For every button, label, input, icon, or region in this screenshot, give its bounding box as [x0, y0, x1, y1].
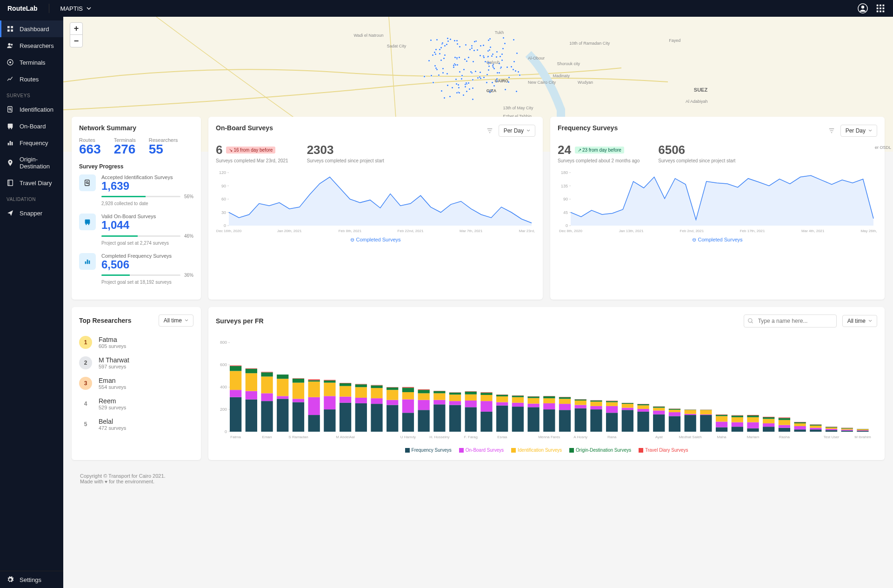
svg-rect-121	[387, 400, 398, 405]
sidebar-item-snapper[interactable]: Snapper	[0, 205, 63, 221]
svg-rect-194	[606, 401, 618, 401]
nav-section-surveys: SURVEYS	[0, 87, 63, 101]
researcher-name: Belal	[99, 418, 126, 425]
svg-rect-31	[85, 220, 90, 224]
frequency-card: Frequency Surveys Per Day 24 ↗23 from da…	[550, 117, 885, 300]
svg-text:U Hamdy: U Hamdy	[400, 435, 416, 439]
researcher-item[interactable]: 1 Fatma 605 surveys	[79, 332, 193, 353]
svg-text:Fatma: Fatma	[230, 435, 241, 439]
sidebar-item-travel-diary[interactable]: Travel Diary	[0, 174, 63, 191]
tagline: Made with ♥ for the environment.	[80, 479, 876, 484]
svg-rect-108	[340, 383, 351, 386]
svg-text:0: 0	[566, 223, 568, 228]
svg-rect-151	[480, 401, 492, 412]
svg-rect-91	[293, 399, 304, 402]
filter-icon[interactable]	[828, 127, 835, 134]
card-title: Top Researchers	[79, 317, 132, 324]
apps-icon[interactable]	[875, 3, 886, 13]
svg-point-18	[9, 61, 11, 63]
zoom-in-button[interactable]: +	[70, 23, 82, 35]
svg-rect-117	[371, 388, 382, 398]
rank-badge: 2	[79, 356, 92, 369]
svg-text:Mar 23rd, 2021: Mar 23rd, 2021	[519, 229, 535, 233]
period-dropdown[interactable]: Per Day	[499, 125, 535, 137]
svg-rect-3	[880, 5, 881, 7]
svg-rect-83	[261, 373, 273, 377]
svg-text:600: 600	[220, 362, 227, 367]
sidebar-item-terminals[interactable]: Terminals	[0, 54, 63, 71]
stat-value: 6	[216, 143, 222, 157]
section-label: Survey Progress	[79, 163, 193, 170]
network-summary-card: Network Summary Routes 663 Terminals 276…	[72, 117, 201, 300]
sidebar-item-frequency[interactable]: Frequency	[0, 134, 63, 151]
svg-text:60: 60	[221, 197, 226, 201]
sidebar-item-on-board[interactable]: On-Board	[0, 118, 63, 134]
svg-rect-155	[496, 406, 508, 432]
svg-text:90: 90	[563, 197, 568, 201]
researcher-search-input[interactable]	[744, 314, 837, 327]
filter-icon[interactable]	[486, 127, 493, 134]
svg-text:30: 30	[221, 210, 226, 215]
researcher-name: Reem	[99, 397, 126, 405]
zoom-out-button[interactable]: −	[70, 35, 82, 47]
svg-rect-14	[11, 29, 13, 32]
svg-rect-222	[700, 410, 712, 414]
nav-section-validation: VALIDATION	[0, 191, 63, 205]
progress-item: Valid On-Board Surveys 1,044 46% Project…	[79, 214, 193, 245]
rank-badge: 3	[79, 377, 92, 390]
project-dropdown[interactable]: MAPTIS	[60, 5, 91, 12]
svg-rect-249	[779, 418, 790, 418]
sidebar-item-researchers[interactable]: Researchers	[0, 37, 63, 54]
researcher-item[interactable]: 3 Eman 554 surveys	[79, 373, 193, 394]
card-title: Surveys per FR	[216, 317, 264, 325]
svg-rect-161	[512, 403, 524, 407]
period-dropdown[interactable]: All time	[842, 315, 877, 327]
sidebar-item-routes[interactable]: Routes	[0, 71, 63, 87]
svg-rect-261	[826, 429, 837, 430]
svg-rect-186	[590, 406, 602, 409]
researcher-item[interactable]: 5 Belal 472 surveys	[79, 414, 193, 434]
dashboard-icon	[7, 25, 14, 33]
svg-rect-182	[575, 401, 586, 405]
svg-rect-5	[877, 7, 879, 9]
progress-value: 1,639	[101, 180, 193, 192]
nav-label: Dashboard	[20, 26, 49, 33]
chevron-down-icon	[868, 129, 872, 133]
chart-legend: Frequency SurveysOn-Board SurveysIdentif…	[216, 448, 877, 453]
sidebar-item-identification[interactable]: Identification	[0, 101, 63, 118]
stat-block: Terminals 276	[114, 137, 136, 156]
researcher-item[interactable]: 4 Reem 529 surveys	[79, 394, 193, 414]
svg-rect-146	[465, 401, 477, 407]
researcher-item[interactable]: 2 M Tharwat 597 surveys	[79, 353, 193, 373]
progress-value: 1,044	[101, 219, 193, 231]
svg-text:Jan 20th, 2021: Jan 20th, 2021	[277, 229, 302, 233]
svg-rect-85	[277, 399, 288, 432]
svg-text:F. Farag: F. Farag	[464, 435, 478, 439]
sidebar-item-settings[interactable]: Settings	[0, 571, 63, 588]
period-dropdown[interactable]: Per Day	[840, 125, 877, 137]
nav-label: Routes	[20, 76, 39, 83]
svg-rect-21	[8, 124, 13, 128]
sidebar-item-dashboard[interactable]: Dashboard	[0, 20, 63, 37]
svg-text:S Ramadan: S Ramadan	[288, 435, 308, 439]
svg-rect-118	[371, 386, 382, 388]
svg-rect-80	[261, 401, 273, 432]
progress-subtitle: Project goal set at 18,192 surveys	[101, 280, 193, 285]
svg-rect-72	[230, 371, 241, 390]
progress-bar	[101, 196, 180, 197]
period-dropdown[interactable]: All time	[159, 314, 193, 327]
delta-badge: ↘16 from day before	[226, 147, 275, 154]
svg-rect-11	[7, 26, 10, 28]
nav-label: Origin-Destination	[20, 156, 57, 170]
svg-rect-253	[794, 422, 806, 423]
svg-rect-212	[669, 410, 680, 412]
svg-rect-272	[857, 429, 868, 430]
svg-rect-111	[355, 398, 367, 403]
progress-bar	[101, 274, 180, 276]
svg-rect-216	[685, 414, 696, 415]
sidebar-item-origin-destination[interactable]: Origin-Destination	[0, 151, 63, 174]
card-title: Frequency Surveys	[558, 124, 618, 132]
svg-rect-217	[685, 410, 696, 414]
user-icon[interactable]	[858, 3, 868, 13]
svg-rect-256	[810, 428, 821, 430]
